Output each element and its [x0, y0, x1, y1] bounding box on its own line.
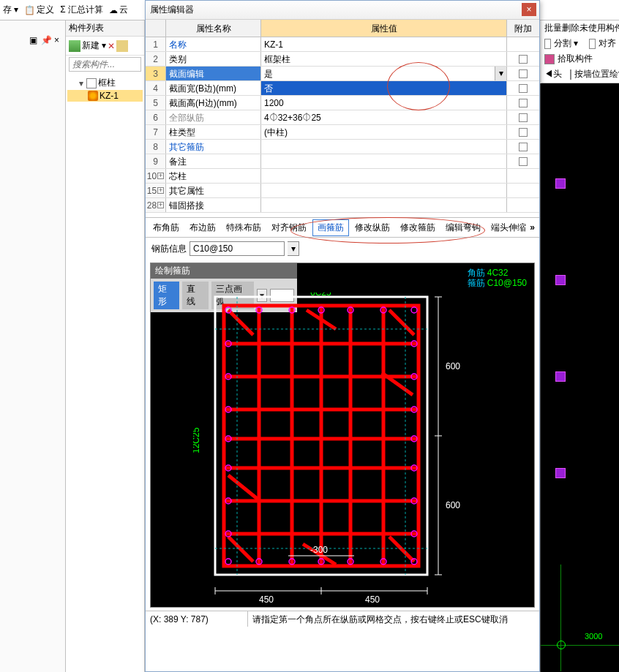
search-input[interactable]	[69, 57, 141, 72]
row-index: 15+	[146, 184, 166, 197]
property-row[interactable]: 2类别框架柱	[146, 52, 539, 67]
row-index: 5	[146, 96, 166, 110]
svg-point-33	[225, 559, 231, 565]
tab-4[interactable]: 画箍筋	[312, 219, 349, 236]
tab-1[interactable]: 布边筋	[185, 220, 220, 235]
tab-8[interactable]: 端头伸缩	[487, 220, 530, 235]
checkbox[interactable]	[519, 55, 528, 64]
property-row[interactable]: 5截面高(H边)(mm)1200	[146, 96, 539, 110]
top-bar-label: 6C25	[310, 292, 331, 298]
shape-rect-button[interactable]: 矩形	[154, 282, 179, 309]
prop-extra	[507, 140, 539, 154]
property-row[interactable]: 3截面编辑是▾	[146, 67, 539, 81]
dialog-titlebar[interactable]: 属性编辑器 ×	[146, 1, 539, 20]
status-message: 请指定第一个角点所在纵筋或网格交点，按右键终止或ESC键取消	[248, 611, 539, 627]
tab-2[interactable]: 特殊布筋	[222, 220, 266, 235]
property-row[interactable]: 7柱类型(中柱)	[146, 125, 539, 140]
property-row[interactable]: 10+芯柱	[146, 169, 539, 184]
prop-value[interactable]: 框架柱	[261, 52, 507, 66]
property-row[interactable]: 1名称KZ-1	[146, 37, 539, 52]
model-viewport[interactable]: 3000	[540, 83, 619, 672]
property-editor-dialog: 属性编辑器 × 属性名称 属性值 附加 1名称KZ-12类别框架柱3截面编辑是▾…	[145, 0, 540, 672]
checkbox[interactable]	[519, 84, 528, 93]
sum-button[interactable]: Σ 汇总计算	[60, 4, 103, 16]
prop-value[interactable]	[261, 154, 507, 168]
tab-3[interactable]: 对齐钢筋	[267, 220, 311, 235]
grid-line	[541, 645, 619, 646]
grid-line	[560, 565, 561, 671]
prop-value[interactable]	[261, 169, 507, 183]
prop-extra	[507, 81, 539, 95]
stirrup-label: 箍筋	[468, 278, 485, 288]
cloud-button[interactable]: ☁ 云	[109, 4, 128, 16]
expander-icon[interactable]: ▾	[78, 78, 85, 88]
property-row[interactable]: 8其它箍筋	[146, 140, 539, 154]
rebar-info-input[interactable]	[190, 241, 285, 256]
tab-5[interactable]: 修改纵筋	[350, 220, 394, 235]
prop-value[interactable]: 否	[261, 81, 507, 95]
draw-by-wall-button[interactable]: 按墙位置绘制	[574, 68, 619, 80]
property-row[interactable]: 15+其它属性	[146, 184, 539, 198]
property-row[interactable]: 6全部纵筋4⏀32+36⏀25	[146, 110, 539, 125]
row-index: 28+	[146, 198, 166, 212]
tab-6[interactable]: 修改箍筋	[396, 220, 440, 235]
pick-icon	[544, 54, 555, 64]
save-button[interactable]: 存 ▾	[3, 4, 18, 16]
prop-value[interactable]: KZ-1	[261, 37, 507, 51]
row-index: 8	[146, 140, 166, 154]
checkbox[interactable]	[519, 99, 528, 107]
split-button[interactable]: 分割 ▾	[554, 37, 578, 50]
checkbox[interactable]	[519, 113, 528, 122]
tree-node-root[interactable]: ▾ 框柱	[67, 76, 143, 90]
rebar-tabbar: 布角筋布边筋特殊布筋对齐钢筋画箍筋修改纵筋修改箍筋编辑弯钩端头伸缩»	[146, 217, 539, 238]
batch-delete-button[interactable]: 批量删除未使用构件	[544, 22, 619, 34]
dim-600a: 600	[446, 361, 460, 371]
property-row[interactable]: 4截面宽(B边)(mm)否	[146, 81, 539, 96]
prop-value[interactable]	[261, 184, 507, 197]
expand-icon[interactable]: +	[157, 187, 164, 194]
tabs-more-button[interactable]: »	[530, 222, 535, 233]
delete-button[interactable]: ✕	[108, 41, 115, 51]
define-button[interactable]: 📋 定义	[24, 4, 54, 16]
property-row[interactable]: 9备注	[146, 154, 539, 169]
tree-label: 框柱	[98, 77, 116, 89]
checkbox[interactable]	[519, 69, 528, 78]
pick-component-button[interactable]: 拾取构件	[558, 53, 593, 65]
prop-value[interactable]: 4⏀32+36⏀25	[261, 110, 507, 124]
checkbox[interactable]	[519, 128, 528, 137]
dock-pin-icon[interactable]: ▣	[29, 35, 37, 45]
column-marker[interactable]	[555, 275, 566, 285]
tab-7[interactable]: 编辑弯钩	[441, 220, 485, 235]
property-row[interactable]: 28+锚固搭接	[146, 198, 539, 213]
prop-name: 柱类型	[166, 125, 261, 139]
checkbox[interactable]	[519, 143, 528, 151]
tab-0[interactable]: 布角筋	[149, 220, 184, 235]
prop-value[interactable]: (中柱)	[261, 125, 507, 139]
copy-icon[interactable]	[116, 40, 128, 52]
left-bar-label: 12C25	[193, 427, 201, 453]
column-marker[interactable]	[555, 371, 566, 382]
prop-value[interactable]: 1200	[261, 96, 507, 110]
pin-icon[interactable]: 📌 ×	[41, 35, 59, 45]
prop-value[interactable]	[261, 140, 507, 154]
expand-icon[interactable]: +	[157, 173, 164, 179]
dropdown-button[interactable]: ▾	[495, 67, 506, 80]
column-marker[interactable]	[555, 178, 566, 189]
prop-value[interactable]: 是▾	[261, 67, 507, 80]
left-dock: ▣ 📌 ×	[0, 20, 66, 672]
new-icon	[69, 40, 80, 52]
svg-line-20	[228, 475, 259, 500]
column-marker[interactable]	[555, 468, 566, 478]
tree-node-kz1[interactable]: KZ-1	[67, 90, 143, 102]
prop-value[interactable]	[261, 198, 507, 212]
section-canvas[interactable]: 绘制箍筋 矩形 直线 三点画弧 ▾ 角筋 4C32 箍筋 C10@150	[150, 263, 535, 608]
prop-name: 其它属性	[166, 184, 261, 197]
checkbox[interactable]	[519, 157, 528, 166]
close-button[interactable]: ×	[522, 3, 536, 16]
col-value[interactable]: 属性值	[261, 20, 507, 37]
rebar-info-dropdown[interactable]: ▾	[288, 241, 299, 256]
expand-icon[interactable]: +	[157, 202, 164, 208]
grid-node	[557, 641, 566, 649]
align-button[interactable]: 对齐	[599, 37, 616, 50]
new-button[interactable]: 新建 ▾	[82, 39, 106, 52]
